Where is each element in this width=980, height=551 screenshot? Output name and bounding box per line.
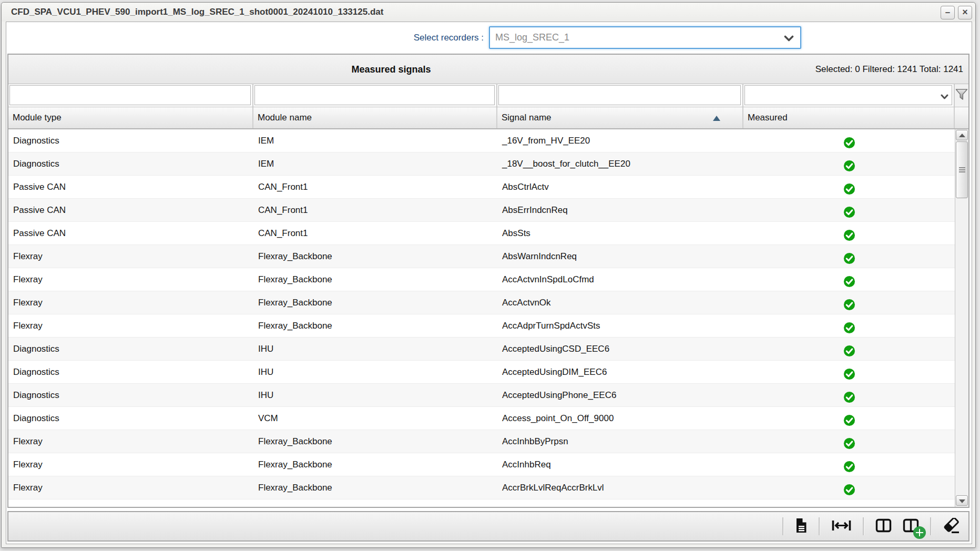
cell-module-name: Flexray_Backbone — [253, 453, 497, 476]
cell-measured — [743, 361, 955, 383]
filter-cell — [743, 84, 955, 107]
measured-check-icon — [843, 505, 855, 507]
cell-module-name: IHU — [253, 338, 497, 360]
filter-funnel-button[interactable] — [955, 84, 968, 107]
measured-check-icon — [843, 273, 855, 285]
cell-measured — [743, 245, 955, 268]
cell-module-name: CAN_Front1 — [253, 222, 497, 244]
measured-check-icon — [843, 435, 855, 447]
measured-check-icon — [843, 181, 855, 193]
cell-module-name: CAN_Front1 — [253, 199, 497, 221]
scrollbar-thumb[interactable] — [956, 141, 968, 198]
cell-measured — [743, 453, 955, 476]
filter-cell — [8, 84, 253, 107]
cell-measured — [743, 176, 955, 198]
cell-measured — [743, 268, 955, 291]
measured-check-icon — [843, 343, 855, 355]
recorder-select-value: MS_log_SREC_1 — [495, 27, 569, 48]
sort-ascending-icon — [713, 116, 720, 121]
cell-signal-name: Access_point_On_Off_9000 — [497, 407, 743, 430]
table-row[interactable]: Diagnostics IHU AcceptedUsingCSD_EEC6 — [8, 338, 955, 361]
filter-measured-select[interactable] — [744, 85, 952, 105]
table-row[interactable]: Flexray Flexray_Backbone AccActvnInSpdLo… — [8, 268, 955, 291]
recorder-select[interactable]: MS_log_SREC_1 — [489, 26, 801, 49]
cell-measured — [743, 291, 955, 314]
table-row[interactable]: Passive CAN CAN_Front1 AbsErrIndcnReq — [8, 199, 955, 222]
table-row[interactable]: Diagnostics IHU AcceptedUsingDIM_EEC6 — [8, 361, 955, 384]
table-row[interactable]: Diagnostics IEM _18V__boost_for_clutch__… — [8, 152, 955, 176]
scroll-down-button[interactable] — [956, 495, 968, 506]
cell-module-name — [253, 499, 497, 507]
close-button[interactable]: × — [958, 6, 972, 19]
table-row[interactable]: Flexray Flexray_Backbone AccInhbByPrpsn — [8, 430, 955, 453]
select-recorders-label: Select recorders : — [6, 26, 484, 49]
minimize-button[interactable]: – — [941, 6, 955, 19]
cell-module-type: Flexray — [8, 453, 253, 476]
cell-module-type: Diagnostics — [8, 407, 253, 430]
filter-module-type-input[interactable] — [9, 85, 251, 105]
column-header-signal-name[interactable]: Signal name — [497, 107, 743, 128]
table-row[interactable]: Flexray Flexray_Backbone AccActvnOk — [8, 291, 955, 314]
cell-signal-name: AccAdprTurnSpdActvSts — [497, 314, 743, 337]
split-columns-button[interactable] — [875, 518, 892, 534]
measured-check-icon — [843, 297, 855, 309]
rows-container: Diagnostics IEM _16V_from_HV_EE20 — [8, 129, 955, 507]
cell-signal-name — [497, 499, 743, 507]
selection-status: Selected: 0 Filtered: 1241 Total: 1241 — [815, 55, 963, 84]
title-bar[interactable]: CFD_SPA_VCU1_PHEV_590_import1_MS_log_SRE… — [2, 3, 975, 22]
cell-module-name: Flexray_Backbone — [253, 476, 497, 499]
table-row[interactable]: Diagnostics IEM _16V_from_HV_EE20 — [8, 129, 955, 152]
filter-signal-name-input[interactable] — [498, 85, 741, 105]
column-header-measured[interactable]: Measured — [743, 107, 955, 128]
filter-cell — [497, 84, 743, 107]
table-row[interactable]: Diagnostics IHU AcceptedUsingPhone_EEC6 — [8, 384, 955, 407]
dialog-window: CFD_SPA_VCU1_PHEV_590_import1_MS_log_SRE… — [1, 2, 976, 548]
fit-column-width-button[interactable] — [831, 519, 852, 533]
column-header-module-name[interactable]: Module name — [253, 107, 497, 128]
bottom-toolbar — [7, 511, 969, 542]
eraser-button[interactable] — [943, 518, 960, 535]
vertical-scrollbar[interactable] — [955, 129, 968, 507]
table-row[interactable]: Flexray Flexray_Backbone AccrBrkLvlReqAc… — [8, 476, 955, 499]
column-header-module-type[interactable]: Module type — [8, 107, 253, 128]
cell-module-name: Flexray_Backbone — [253, 245, 497, 268]
add-column-button[interactable] — [903, 518, 919, 534]
document-button[interactable] — [795, 518, 808, 535]
table-row[interactable]: Passive CAN CAN_Front1 AbsCtrlActv — [8, 176, 955, 199]
measured-check-icon — [843, 412, 855, 424]
cell-signal-name: AccActvnOk — [497, 291, 743, 314]
cell-signal-name: AbsErrIndcnReq — [497, 199, 743, 221]
cell-measured — [743, 384, 955, 406]
chevron-down-icon[interactable] — [941, 93, 948, 102]
cell-module-type: Flexray — [8, 430, 253, 453]
funnel-icon — [955, 88, 968, 103]
cell-module-name: IHU — [253, 361, 497, 383]
table-row[interactable]: Passive CAN CAN_Front1 AbsSts — [8, 222, 955, 245]
filter-module-name-input[interactable] — [254, 85, 495, 105]
table-row[interactable] — [8, 499, 955, 507]
filter-row — [8, 84, 968, 107]
measured-check-icon — [843, 158, 855, 170]
filter-cell — [253, 84, 497, 107]
cell-measured — [743, 152, 955, 175]
column-header-label: Signal name — [502, 113, 552, 123]
table-row[interactable]: Flexray Flexray_Backbone AccInhbReq — [8, 453, 955, 476]
table-row[interactable]: Diagnostics VCM Access_point_On_Off_9000 — [8, 407, 955, 430]
measured-check-icon — [843, 482, 855, 494]
measured-check-icon — [843, 204, 855, 216]
cell-signal-name: AccrBrkLvlReqAccrBrkLvl — [497, 476, 743, 499]
measured-check-icon — [843, 227, 855, 239]
cell-module-type: Flexray — [8, 291, 253, 314]
cell-module-type: Passive CAN — [8, 176, 253, 198]
cell-signal-name: AccInhbByPrpsn — [497, 430, 743, 453]
toolbar-separator — [819, 517, 820, 535]
scroll-up-button[interactable] — [956, 130, 968, 140]
cell-signal-name: _16V_from_HV_EE20 — [497, 129, 743, 152]
cell-signal-name: AbsWarnIndcnReq — [497, 245, 743, 268]
cell-module-type: Flexray — [8, 314, 253, 337]
cell-module-type — [8, 499, 253, 507]
cell-module-name: IEM — [253, 152, 497, 175]
table-row[interactable]: Flexray Flexray_Backbone AbsWarnIndcnReq — [8, 245, 955, 268]
cell-measured — [743, 222, 955, 244]
table-row[interactable]: Flexray Flexray_Backbone AccAdprTurnSpdA… — [8, 314, 955, 338]
